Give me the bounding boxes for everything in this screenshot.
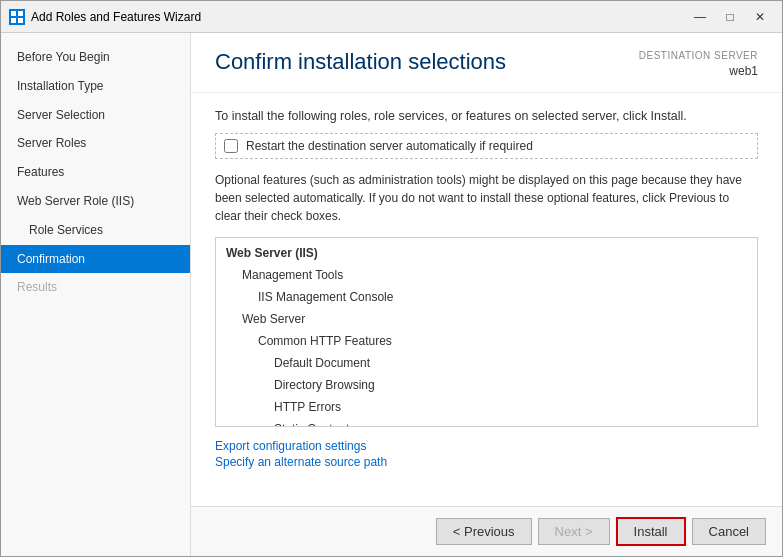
export-config-link[interactable]: Export configuration settings	[215, 439, 758, 453]
app-icon	[9, 9, 25, 25]
panel-body: To install the following roles, role ser…	[191, 93, 782, 506]
feature-static-content: Static Content	[216, 418, 757, 427]
restart-label: Restart the destination server automatic…	[246, 139, 533, 153]
window-title: Add Roles and Features Wizard	[31, 10, 686, 24]
right-panel: Confirm installation selections DESTINAT…	[191, 33, 782, 556]
close-button[interactable]: ✕	[746, 7, 774, 27]
feature-web-server: Web Server	[216, 308, 757, 330]
svg-rect-0	[11, 11, 16, 16]
sidebar: Before You Begin Installation Type Serve…	[1, 33, 191, 556]
panel-header: Confirm installation selections DESTINAT…	[191, 33, 782, 93]
wizard-window: Add Roles and Features Wizard — □ ✕ Befo…	[0, 0, 783, 557]
feature-directory-browsing: Directory Browsing	[216, 374, 757, 396]
feature-common-http-features: Common HTTP Features	[216, 330, 757, 352]
sidebar-item-before-you-begin[interactable]: Before You Begin	[1, 43, 190, 72]
restart-checkbox-row: Restart the destination server automatic…	[215, 133, 758, 159]
sidebar-item-role-services[interactable]: Role Services	[1, 216, 190, 245]
svg-rect-1	[18, 11, 23, 16]
sidebar-item-installation-type[interactable]: Installation Type	[1, 72, 190, 101]
previous-button[interactable]: < Previous	[436, 518, 532, 545]
svg-rect-2	[11, 18, 16, 23]
feature-management-tools: Management Tools	[216, 264, 757, 286]
title-bar: Add Roles and Features Wizard — □ ✕	[1, 1, 782, 33]
cancel-button[interactable]: Cancel	[692, 518, 766, 545]
sidebar-item-features[interactable]: Features	[1, 158, 190, 187]
sidebar-item-results: Results	[1, 273, 190, 302]
server-name: web1	[639, 63, 758, 80]
next-button[interactable]: Next >	[538, 518, 610, 545]
install-button[interactable]: Install	[616, 517, 686, 546]
sidebar-item-web-server-role[interactable]: Web Server Role (IIS)	[1, 187, 190, 216]
restart-checkbox[interactable]	[224, 139, 238, 153]
page-title: Confirm installation selections	[215, 49, 506, 75]
destination-server-label: DESTINATION SERVER	[639, 49, 758, 63]
links-area: Export configuration settings Specify an…	[215, 439, 758, 469]
panel-footer: < Previous Next > Install Cancel	[191, 506, 782, 556]
feature-http-errors: HTTP Errors	[216, 396, 757, 418]
main-content: Before You Begin Installation Type Serve…	[1, 33, 782, 556]
window-controls: — □ ✕	[686, 7, 774, 27]
feature-iis-management-console: IIS Management Console	[216, 286, 757, 308]
destination-server-info: DESTINATION SERVER web1	[639, 49, 758, 80]
svg-rect-3	[18, 18, 23, 23]
maximize-button[interactable]: □	[716, 7, 744, 27]
sidebar-item-confirmation[interactable]: Confirmation	[1, 245, 190, 274]
instruction-text: To install the following roles, role ser…	[215, 109, 758, 123]
feature-web-server-iis: Web Server (IIS)	[216, 242, 757, 264]
features-list-box[interactable]: Web Server (IIS) Management Tools IIS Ma…	[215, 237, 758, 427]
sidebar-item-server-roles[interactable]: Server Roles	[1, 129, 190, 158]
sidebar-item-server-selection[interactable]: Server Selection	[1, 101, 190, 130]
feature-default-document: Default Document	[216, 352, 757, 374]
optional-features-text: Optional features (such as administratio…	[215, 171, 758, 225]
minimize-button[interactable]: —	[686, 7, 714, 27]
alternate-source-link[interactable]: Specify an alternate source path	[215, 455, 758, 469]
